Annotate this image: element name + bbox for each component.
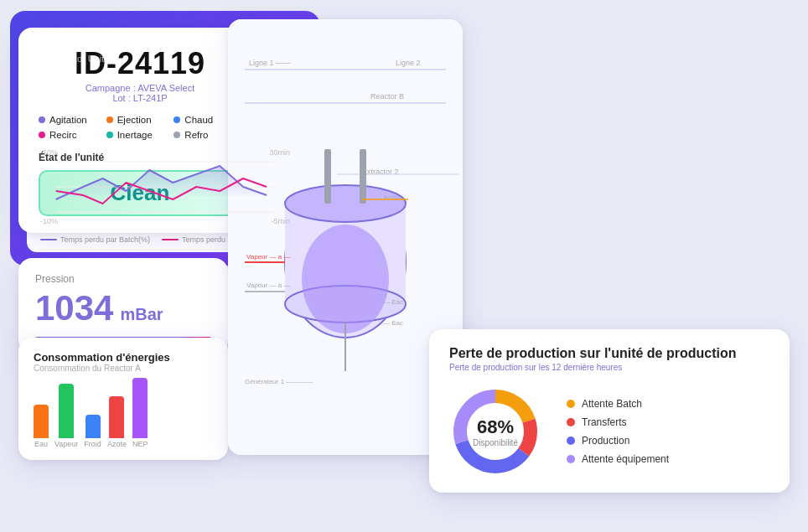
svg-rect-13 — [324, 149, 331, 204]
legend-attente-batch: Attente Batch — [567, 398, 669, 410]
tag-inertage: Inertage — [106, 130, 174, 140]
diagram-inner: Ligne 1 —— Ligne 2 Reactor B Extractor 2… — [228, 19, 463, 455]
tag-ejection: Ejection — [106, 115, 174, 125]
svg-text:Ligne 2: Ligne 2 — [396, 59, 421, 67]
bar-azote: Azote — [107, 396, 127, 448]
pressure-label: Pression — [35, 273, 211, 285]
tag-agitation: Agitation — [39, 115, 106, 125]
svg-point-12 — [302, 225, 389, 333]
reactor-subtitle: Batch Reactor Unit — [27, 54, 303, 64]
svg-text:Reactor B: Reactor B — [370, 92, 404, 101]
reactor-diagram-card: Ligne 1 —— Ligne 2 Reactor B Extractor 2… — [228, 19, 463, 455]
legend-attente-equipement: Attente équipement — [567, 453, 669, 465]
tag-recirc: Recirc — [39, 130, 106, 140]
scene: ID-24119 Campagne : AVEVA Select Lot : L… — [10, 11, 798, 522]
production-legend: Attente Batch Transferts Production Atte… — [567, 398, 669, 465]
id-tags: Agitation Ejection Chaud Recirc Inertage… — [39, 115, 241, 140]
batch-chart-svg — [40, 145, 290, 229]
donut-percent: 68% — [473, 416, 518, 437]
pressure-unit: mBar — [120, 305, 163, 324]
energy-title: Consommation d'énergies — [34, 351, 213, 364]
legend-production: Production — [567, 435, 669, 447]
svg-text:Vapeur — a —: Vapeur — a — — [246, 281, 290, 289]
energy-bar-chart: Eau Vapeur Froid Azote NEP — [34, 381, 213, 448]
id-title: ID-24119 — [39, 46, 241, 81]
legend-item-purple: Temps perdu par Batch(%) — [40, 235, 150, 244]
diagram-svg: Ligne 1 —— Ligne 2 Reactor B Extractor 2… — [228, 19, 463, 455]
bar-froid: Froid — [84, 415, 101, 448]
production-content: 68% Disponibilité Attente Batch Transfer… — [449, 385, 769, 478]
donut-chart: 68% Disponibilité — [449, 385, 541, 478]
svg-text:Générateur 1 ————: Générateur 1 ———— — [245, 378, 313, 385]
id-lot: Lot : LT-241P — [39, 93, 241, 103]
donut-description: Disponibilité — [473, 437, 518, 447]
production-subtitle: Perte de production sur les 12 dernière … — [449, 363, 769, 372]
donut-label: 68% Disponibilité — [473, 416, 518, 447]
bar-vapeur: Vapeur — [54, 384, 78, 448]
legend-transferts: Transferts — [567, 416, 669, 428]
energy-card: Consommation d'énergies Consommation du … — [18, 338, 228, 460]
svg-text:Vapeur — a —: Vapeur — a — — [246, 253, 290, 261]
energy-subtitle: Consommation du Reactor A — [34, 364, 213, 373]
bar-nep: NEP — [132, 378, 148, 448]
bar-eau: Eau — [34, 405, 49, 448]
svg-rect-14 — [360, 149, 366, 204]
svg-point-10 — [285, 185, 406, 222]
chart-area: -10% -10% 30min -5min — [40, 145, 290, 229]
svg-text:— Eac: — Eac — [383, 298, 403, 306]
production-title: Perte de production sur l'unité de produ… — [449, 346, 769, 361]
chart-y-labels-left: -10% -10% — [40, 145, 58, 229]
chart-y-labels-right: 30min -5min — [269, 145, 290, 229]
id-campaign: Campagne : AVEVA Select — [39, 83, 241, 93]
pressure-value: 1034 mBar — [35, 288, 211, 328]
svg-text:— Eac: — Eac — [383, 319, 403, 327]
production-card: Perte de production sur l'unité de produ… — [429, 329, 790, 493]
